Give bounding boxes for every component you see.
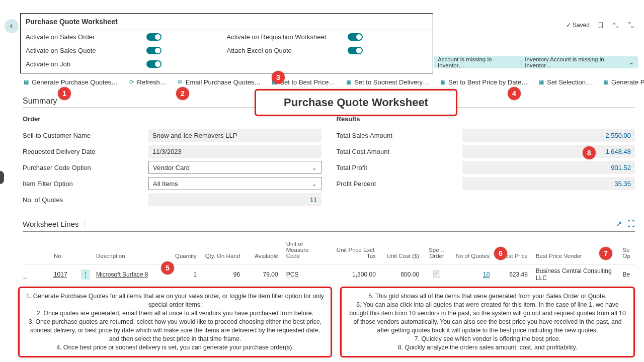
order-column: Order Sell-to Customer NameSnow and Ice … [23, 115, 321, 208]
share-icon[interactable]: ↗ [616, 219, 622, 228]
pqw-title-callout: Purchase Quote Worksheet [255, 89, 457, 116]
toggle-switch[interactable] [348, 33, 363, 41]
total-cost-label: Total Cost Amount [337, 148, 462, 155]
set-soonest-delivery-action[interactable]: ▦Set to Soonest Delivery… [345, 78, 429, 86]
panel-title: Purchase Quote Worksheet [21, 14, 433, 30]
toggle-label: Activate on Sales Order [26, 33, 146, 41]
generate-purchase-quotes-action[interactable]: ▦Generate Purchase Quotes… [23, 78, 118, 86]
col-price[interactable]: Unit Price Excl. Tax [326, 238, 380, 264]
callout-num-3: 3 [272, 71, 285, 84]
purchaser-option-label: Purchaser Code Option [23, 164, 148, 171]
results-column: Results Total Sales Amount2,550.00 Total… [337, 115, 635, 208]
toggle-row: Activate on Sales Order [26, 33, 227, 41]
total-sales-label: Total Sales Amount [337, 132, 462, 139]
col-qty[interactable]: Quantity [168, 238, 201, 264]
set-best-price-by-date-action[interactable]: ▦Set to Best Price by Date… [439, 78, 528, 86]
col-uom[interactable]: Unit of Measure Code [282, 238, 326, 264]
total-profit-value: 901.52 [462, 161, 635, 174]
toggle-switch[interactable] [146, 47, 162, 54]
toggle-switch[interactable] [348, 47, 363, 54]
chevron-down-icon[interactable]: ⌄ [629, 59, 634, 66]
side-handle[interactable] [0, 171, 4, 184]
chevron-down-icon: ⌄ [311, 180, 317, 188]
req-date-field[interactable]: 11/3/2023 [148, 145, 321, 158]
action-toolbar: ▦Generate Purchase Quotes… ⟳Refresh… ✉Em… [23, 78, 635, 86]
purchaser-option-select[interactable]: Vendor Card⌄ [148, 161, 321, 174]
toggle-row: Activate on Requisition Worksheet [227, 33, 428, 41]
callout-num-8: 8 [583, 146, 596, 159]
total-cost-value: 1,648.48 [462, 145, 635, 158]
refresh-icon: ⟳ [128, 79, 135, 86]
explanation-box-left: 1. Generate Purchase Quotes for all item… [18, 287, 332, 357]
toggle-label: Activate on Sales Quote [26, 47, 146, 54]
action-icon: ▦ [602, 79, 609, 86]
popout-icon[interactable] [612, 21, 620, 29]
no-quotes-field[interactable]: 11 [148, 193, 321, 206]
col-onhand[interactable]: Qty. On Hand [201, 238, 244, 264]
pqw-settings-panel: Purchase Quote Worksheet Activate on Sal… [20, 13, 433, 73]
action-icon: ▦ [538, 79, 545, 86]
action-icon: ▦ [439, 79, 446, 86]
col-desc[interactable]: Description [92, 238, 168, 264]
refresh-action[interactable]: ⟳Refresh… [128, 78, 167, 86]
no-quotes-label: No. of Quotes [23, 196, 148, 204]
callout-num-6: 6 [494, 247, 507, 260]
toggle-row: Attach Excel on Quote [227, 47, 428, 54]
row-menu-icon[interactable]: ⋮ [81, 269, 90, 280]
chevron-down-icon: ⌄ [311, 164, 317, 171]
expand-icon[interactable]: ⛶ [627, 219, 635, 228]
warning-strip[interactable]: Account is missing in Inventor… | Invent… [434, 56, 638, 68]
saved-indicator: ✓ Saved [566, 22, 590, 29]
col-no[interactable]: No. [50, 238, 77, 264]
email-icon: ✉ [177, 79, 184, 86]
col-cost[interactable]: Unit Cost ($) [380, 238, 423, 264]
item-filter-select[interactable]: All Items⌄ [148, 177, 321, 190]
req-date-label: Requested Delivery Date [23, 148, 148, 155]
col-spe[interactable]: Spe… Order [423, 238, 450, 264]
total-profit-label: Total Profit [337, 164, 462, 171]
order-subheading: Order [23, 115, 321, 123]
special-order-checkbox[interactable] [433, 270, 440, 278]
callout-num-5: 5 [161, 261, 174, 275]
profit-percent-label: Profit Percent [337, 180, 462, 188]
item-desc[interactable]: Microsoft Surface 8 [96, 271, 148, 278]
back-button[interactable] [5, 19, 19, 33]
table-row[interactable]: →1017⋮Microsoft Surface 819679.00PCS1,30… [23, 264, 635, 285]
toggle-switch[interactable] [146, 60, 162, 68]
bookmark-icon[interactable] [597, 21, 605, 29]
col-avail[interactable]: Available [244, 238, 282, 264]
toggle-label: Activate on Requisition Worksheet [227, 33, 348, 41]
action-icon: ▦ [345, 79, 352, 86]
saved-status-bar: ✓ Saved [566, 21, 635, 29]
collapse-icon[interactable] [627, 21, 635, 29]
total-sales-value: 2,550.00 [462, 129, 635, 142]
col-seop[interactable]: Se Op [618, 238, 635, 264]
toggle-switch[interactable] [146, 33, 162, 41]
worksheet-lines-heading: Worksheet Lines [23, 220, 78, 228]
saved-label: Saved [573, 22, 590, 29]
cust-name-field[interactable]: Snow and Ice Removers LLP [148, 129, 321, 142]
col-noq[interactable]: No of Quotes [450, 238, 494, 264]
callout-num-4: 4 [508, 87, 521, 100]
warning-item-2: Inventory Account is missing in Inventor… [525, 56, 629, 68]
toggle-row: Activate on Job [26, 60, 227, 68]
results-subheading: Results [337, 115, 635, 123]
toggle-label: Activate on Job [26, 60, 146, 68]
arrow-left-icon [8, 23, 15, 30]
callout-num-1: 1 [58, 87, 71, 100]
set-selection-action[interactable]: ▦Set Selection… [538, 78, 592, 86]
toggle-row: Activate on Sales Quote [26, 47, 227, 54]
warning-item-1: Account is missing in Inventor… [438, 56, 517, 68]
generate-pos-action[interactable]: ▦Generate PO(s)… [602, 78, 644, 86]
cust-name-label: Sell-to Customer Name [23, 132, 148, 139]
profit-percent-value: 35.35 [462, 177, 635, 190]
no-of-quotes-link[interactable]: 10 [483, 271, 490, 278]
action-icon: ▦ [23, 79, 30, 86]
email-purchase-quotes-action[interactable]: ✉Email Purchase Quotes… [177, 78, 261, 86]
callout-num-2: 2 [176, 87, 189, 100]
item-filter-label: Item Filter Option [23, 180, 148, 188]
item-no[interactable]: 1017 [54, 271, 67, 278]
explanation-box-right: 5. This grid shows all of the items that… [340, 287, 635, 357]
toggle-label: Attach Excel on Quote [227, 47, 348, 54]
callout-num-7: 7 [599, 247, 612, 260]
